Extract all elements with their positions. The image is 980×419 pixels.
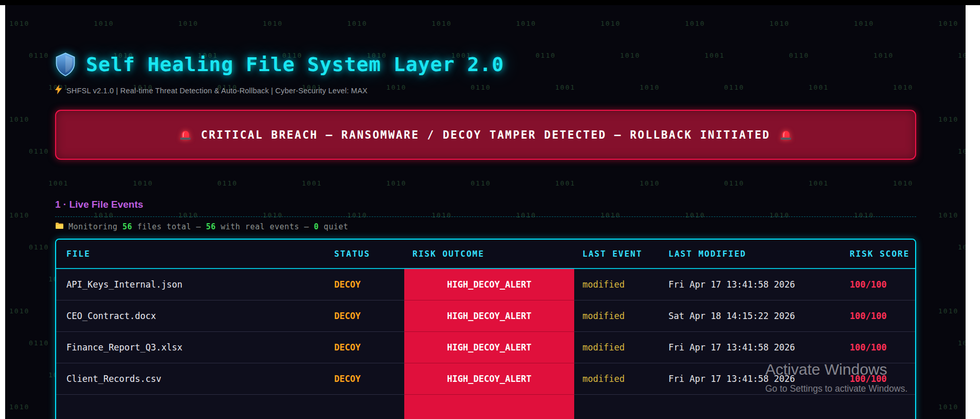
column-header: RISK SCORE <box>841 240 916 269</box>
monitoring-segment: 0 <box>314 222 319 231</box>
matrix-token: 1010 <box>9 20 29 27</box>
cell-modified <box>660 394 841 419</box>
column-header: STATUS <box>326 240 404 269</box>
cell-status <box>326 394 404 419</box>
cell-score <box>841 394 916 419</box>
cell-event <box>574 394 660 419</box>
app-subtitle: SHFSL v2.1.0 | Real-time Threat Detectio… <box>66 87 368 95</box>
dashed-separator <box>55 216 916 217</box>
cell-modified: Fri Apr 17 13:41:58 2026 <box>660 269 841 300</box>
monitoring-segment: with real events — <box>216 222 314 231</box>
app-header: Self Healing File System Layer 2.0 <box>55 53 916 76</box>
critical-alert-banner: CRITICAL BREACH — RANSOMWARE / DECOY TAM… <box>55 110 916 160</box>
monitoring-segment: Monitoring <box>68 222 123 231</box>
folder-icon <box>55 222 64 231</box>
watermark-subtitle: Go to Settings to activate Windows. <box>765 383 907 394</box>
cell-risk: HIGH_DECOY_ALERT <box>404 363 574 394</box>
matrix-token: 1010 <box>685 20 705 27</box>
cell-status: DECOY <box>326 269 404 300</box>
cell-modified: Fri Apr 17 13:41:58 2026 <box>660 331 841 363</box>
table-row: Finance_Report_Q3.xlsxDECOYHIGH_DECOY_AL… <box>56 331 916 363</box>
cell-file: API_Keys_Internal.json <box>56 269 326 300</box>
column-header: LAST EVENT <box>574 240 660 269</box>
page-title: Self Healing File System Layer 2.0 <box>86 53 504 76</box>
monitoring-segment: quiet <box>319 222 348 231</box>
cell-file: Client_Records.csv <box>56 363 326 394</box>
matrix-token: 1010 <box>600 20 621 27</box>
matrix-token: 1010 <box>516 20 536 27</box>
cell-score: 100/100 <box>841 269 916 300</box>
cell-status: DECOY <box>326 363 404 394</box>
section-title-live-file-events: 1 · Live File Events <box>55 199 916 210</box>
table-header-row: FILESTATUSRISK OUTCOMELAST EVENTLAST MOD… <box>56 240 916 269</box>
shield-icon <box>55 53 76 76</box>
column-header: LAST MODIFIED <box>660 240 841 269</box>
cell-risk: HIGH_DECOY_ALERT <box>404 300 574 331</box>
column-header: RISK OUTCOME <box>404 240 574 269</box>
cell-event: modified <box>574 331 660 363</box>
cell-score: 100/100 <box>841 331 916 363</box>
matrix-token: 1010 <box>854 20 874 27</box>
cell-risk <box>404 394 574 419</box>
cell-risk: HIGH_DECOY_ALERT <box>404 331 574 363</box>
column-header: FILE <box>56 240 326 269</box>
table-row: API_Keys_Internal.jsonDECOYHIGH_DECOY_AL… <box>56 269 916 300</box>
windows-activation-watermark: Activate Windows Go to Settings to activ… <box>765 361 907 394</box>
matrix-token: 1010 <box>263 20 283 27</box>
cell-event: modified <box>574 363 660 394</box>
page: 1010101010101010101010101010101010101010… <box>0 0 980 419</box>
monitoring-text: Monitoring 56 files total — 56 with real… <box>68 222 348 231</box>
matrix-token: 1010 <box>938 20 958 27</box>
matrix-token: 1010 <box>178 20 198 27</box>
matrix-token: 1010 <box>769 20 789 27</box>
cell-file: CEO_Contract.docx <box>56 300 326 331</box>
monitoring-segment: files total — <box>132 222 206 231</box>
matrix-token: 1010 <box>94 20 114 27</box>
cell-status: DECOY <box>326 300 404 331</box>
cell-event: modified <box>574 300 660 331</box>
cell-score: 100/100 <box>841 300 916 331</box>
monitoring-segment: 56 <box>206 222 216 231</box>
top-black-bar <box>0 0 980 5</box>
app-background: 1010101010101010101010101010101010101010… <box>5 5 966 419</box>
cell-event: modified <box>574 269 660 300</box>
table-row <box>56 394 916 419</box>
table-row: CEO_Contract.docxDECOYHIGH_DECOY_ALERTmo… <box>56 300 916 331</box>
siren-icon <box>179 129 192 140</box>
cell-file <box>56 394 326 419</box>
cell-risk: HIGH_DECOY_ALERT <box>404 269 574 300</box>
alert-text: CRITICAL BREACH — RANSOMWARE / DECOY TAM… <box>201 129 770 141</box>
monitoring-segment: 56 <box>123 222 132 231</box>
cell-file: Finance_Report_Q3.xlsx <box>56 331 326 363</box>
subtitle-row: SHFSL v2.1.0 | Real-time Threat Detectio… <box>55 85 916 96</box>
matrix-token: 1010 <box>347 20 367 27</box>
siren-icon <box>780 129 792 140</box>
cell-status: DECOY <box>326 331 404 363</box>
table-body: API_Keys_Internal.jsonDECOYHIGH_DECOY_AL… <box>56 269 916 419</box>
lightning-icon <box>55 85 62 96</box>
matrix-token: 1010 <box>432 20 452 27</box>
cell-modified: Sat Apr 18 14:15:22 2026 <box>660 300 841 331</box>
monitoring-status-row: Monitoring 56 files total — 56 with real… <box>55 222 916 231</box>
watermark-title: Activate Windows <box>765 361 907 378</box>
